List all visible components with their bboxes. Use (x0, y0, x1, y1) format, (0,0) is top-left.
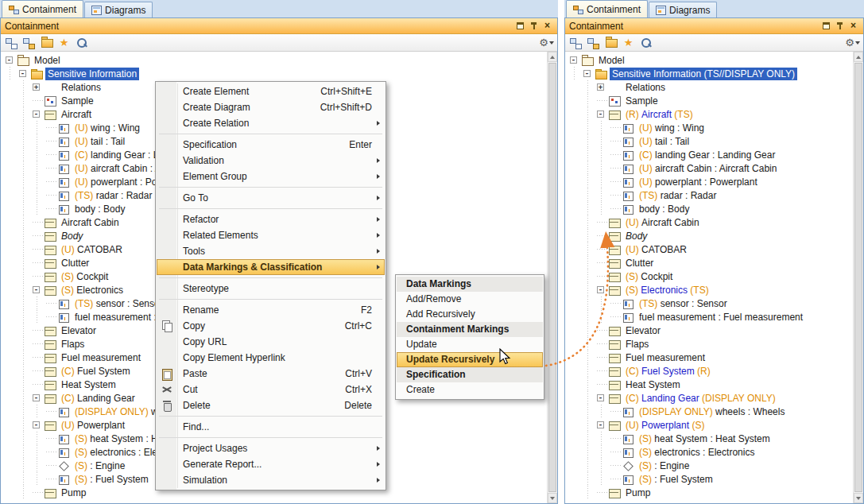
scrollbar-thumb[interactable] (854, 63, 862, 492)
menu-item-copy-element-hyperlink[interactable]: Copy Element Hyperlink (157, 350, 385, 366)
submenu-item-update[interactable]: Update (397, 337, 543, 352)
search-button[interactable] (73, 35, 90, 50)
scroll-down-button[interactable] (854, 493, 863, 503)
pin-button[interactable] (834, 21, 846, 32)
tree-row-landing-gear-landing-gear[interactable]: (C) landing Gear : Landing Gear (568, 148, 853, 161)
submenu-item-update-recursively[interactable]: Update Recursively (397, 352, 543, 367)
collapse-toggle-icon[interactable]: - (597, 421, 604, 428)
collapse-toggle-icon[interactable]: - (33, 421, 40, 428)
tree-row-fuel-measurement[interactable]: Fuel measurement (568, 351, 853, 364)
menu-item-stereotype[interactable]: Stereotype (157, 281, 385, 297)
tree-row-fuel-measurement-fuel-measurement[interactable]: fuel measurement : Fuel measurement (568, 310, 853, 324)
menu-item-create-relation[interactable]: Create Relation (157, 115, 385, 131)
tab-diagrams[interactable]: Diagrams (84, 2, 153, 17)
favorites-star-button[interactable]: ★ (56, 35, 72, 50)
expand-all-button[interactable] (585, 35, 602, 50)
submenu-item-add-recursively[interactable]: Add Recursively (397, 307, 543, 322)
tree-row-sensitive-information[interactable]: -Sensitive Information (3, 67, 547, 80)
collapse-toggle-icon[interactable]: - (33, 110, 40, 118)
tree-row-heat-system[interactable]: Heat System (568, 378, 853, 391)
menu-item-copy[interactable]: CopyCtrl+C (157, 318, 385, 334)
menu-item-cut[interactable]: CutCtrl+X (157, 382, 385, 397)
tree-row-elevator[interactable]: Elevator (568, 324, 853, 337)
collapse-toggle-icon[interactable]: - (33, 394, 40, 401)
tree-row-aircraft-cabin[interactable]: (U) Aircraft Cabin (568, 215, 853, 229)
collapse-all-button[interactable] (3, 35, 20, 50)
tree-row-powerplant-powerplant[interactable]: (U) powerplant : Powerplant (568, 175, 853, 188)
menu-item-paste[interactable]: PasteCtrl+V (157, 366, 385, 382)
menu-item-create-element[interactable]: Create ElementCtrl+Shift+E (157, 83, 385, 99)
tree-row-aircraft[interactable]: -(R) Aircraft (TS) (568, 107, 853, 121)
tree-row-flaps[interactable]: Flaps (568, 337, 853, 351)
menu-item-element-group[interactable]: Element Group (157, 169, 385, 184)
menu-item-delete[interactable]: DeleteDelete (157, 397, 385, 413)
tree-row-powerplant[interactable]: -(U) Powerplant (S) (568, 418, 853, 432)
tree-row-clutter[interactable]: Clutter (568, 256, 853, 269)
collapse-toggle-icon[interactable]: - (19, 70, 26, 77)
collapse-toggle-icon[interactable]: - (570, 56, 577, 64)
menu-item-data-markings-classification[interactable]: Data Markings & Classification (157, 259, 385, 275)
tab-containment[interactable]: Containment (566, 0, 648, 17)
expand-toggle-icon[interactable]: + (597, 83, 604, 91)
tree-row-body-body[interactable]: body : Body (568, 202, 853, 215)
vertical-scrollbar[interactable] (547, 52, 557, 503)
tree-row-model[interactable]: -Model (3, 53, 547, 67)
tree-row-engine[interactable]: (S) : Engine (568, 459, 853, 472)
favorites-star-button[interactable]: ★ (620, 35, 637, 50)
tree-row-radar-radar[interactable]: (TS) radar : Radar (568, 188, 853, 202)
tree-row-sample[interactable]: Sample (568, 94, 853, 107)
collapse-toggle-icon[interactable]: - (6, 56, 13, 64)
tree-row-fuel-system[interactable]: (C) Fuel System (R) (568, 364, 853, 378)
float-button[interactable] (820, 21, 832, 32)
menu-item-simulation[interactable]: Simulation (157, 472, 385, 488)
tree-row-body[interactable]: Body (568, 229, 853, 242)
tree-row-sensor-sensor[interactable]: (TS) sensor : Sensor (568, 297, 853, 310)
tab-containment[interactable]: Containment (2, 0, 83, 17)
tree-row-tail-tail[interactable]: (U) tail : Tail (568, 134, 853, 148)
menu-item-go-to[interactable]: Go To (157, 190, 385, 206)
menu-item-tools[interactable]: Tools (157, 243, 385, 259)
menu-item-create-diagram[interactable]: Create DiagramCtrl+Shift+D (157, 99, 385, 115)
submenu-item-create[interactable]: Create (397, 382, 543, 397)
search-button[interactable] (637, 35, 654, 50)
open-folder-button[interactable] (602, 35, 619, 50)
scrollbar-thumb[interactable] (548, 63, 556, 492)
panel-options-button[interactable]: ⚙ (538, 35, 555, 50)
scroll-up-button[interactable] (548, 52, 557, 62)
menu-item-find[interactable]: Find... (157, 419, 385, 435)
tree-row-electronics[interactable]: -(S) Electronics (TS) (568, 283, 853, 297)
menu-item-related-elements[interactable]: Related Elements (157, 227, 385, 243)
collapse-toggle-icon[interactable]: - (597, 286, 604, 293)
tab-diagrams[interactable]: Diagrams (649, 2, 717, 17)
panel-options-button[interactable]: ⚙ (844, 35, 861, 50)
tree-row-electronics-electronics[interactable]: (S) electronics : Electronics (568, 445, 853, 459)
menu-item-refactor[interactable]: Refactor (157, 211, 385, 227)
collapse-toggle-icon[interactable]: - (583, 70, 591, 77)
collapse-toggle-icon[interactable]: - (33, 286, 40, 293)
scroll-up-button[interactable] (854, 52, 863, 62)
menu-item-generate-report[interactable]: Generate Report... (157, 456, 385, 472)
open-folder-button[interactable] (38, 35, 55, 50)
menu-item-specification[interactable]: SpecificationEnter (157, 137, 385, 153)
menu-item-copy-url[interactable]: Copy URL (157, 334, 385, 350)
tree-row-cockpit[interactable]: (S) Cockpit (568, 269, 853, 283)
submenu-item-add-remove[interactable]: Add/Remove (397, 292, 543, 307)
tree-row-wing-wing[interactable]: (U) wing : Wing (568, 121, 853, 134)
collapse-toggle-icon[interactable]: - (597, 110, 604, 118)
close-button[interactable]: × (541, 21, 553, 32)
tree-row-fuel-system[interactable]: (S) : Fuel System (568, 472, 853, 486)
scroll-down-button[interactable] (548, 493, 557, 503)
close-button[interactable]: × (847, 21, 859, 32)
tree-row-sensitive-information-ts-display-only[interactable]: -Sensitive Information (TS//DISPLAY ONLY… (568, 67, 853, 80)
menu-item-rename[interactable]: RenameF2 (157, 302, 385, 318)
tree-row-pump[interactable]: Pump (568, 486, 853, 499)
expand-toggle-icon[interactable]: + (33, 83, 40, 91)
tree-row-landing-gear[interactable]: -(C) Landing Gear (DISPLAY ONLY) (568, 391, 853, 405)
collapse-toggle-icon[interactable]: - (597, 394, 604, 401)
float-button[interactable] (514, 21, 526, 32)
expand-all-button[interactable] (21, 35, 37, 50)
collapse-all-button[interactable] (568, 35, 584, 50)
tree-row-relations[interactable]: +Relations (568, 80, 853, 94)
menu-item-project-usages[interactable]: Project Usages (157, 440, 385, 456)
tree-row-heat-system-heat-system[interactable]: (S) heat System : Heat System (568, 432, 853, 445)
